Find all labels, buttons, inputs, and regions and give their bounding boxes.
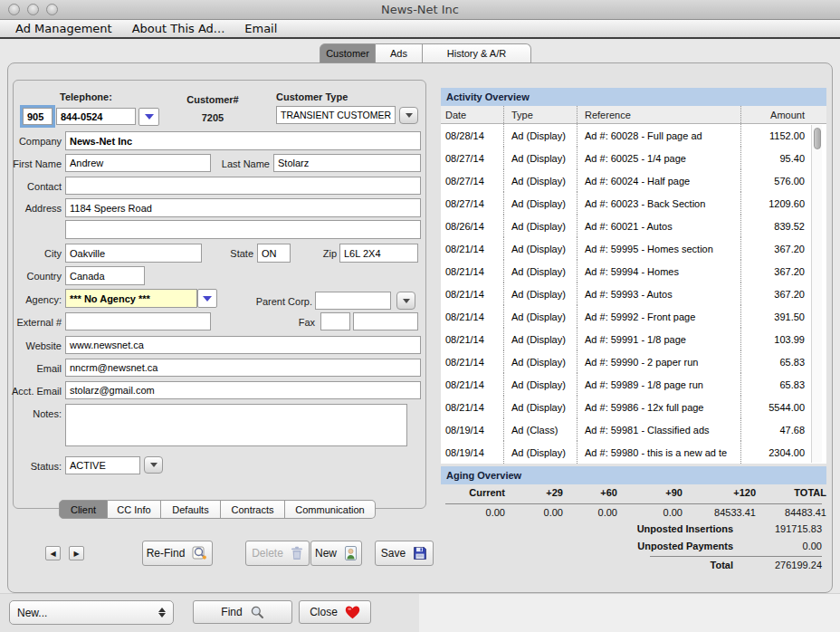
aging-col-29: +29 <box>505 487 563 502</box>
address-line2-field[interactable] <box>65 220 421 239</box>
parent-corp-label: Parent Corp. <box>244 296 312 307</box>
column-header-amount[interactable]: Amount <box>740 106 826 123</box>
close-button[interactable]: Close <box>299 600 371 624</box>
subtab-defaults[interactable]: Defaults <box>161 500 221 519</box>
status-dropdown-button[interactable] <box>144 456 163 474</box>
menu-about-this-ad[interactable]: About This Ad... <box>122 22 235 35</box>
notes-label: Notes: <box>0 408 62 419</box>
table-row[interactable]: 08/21/14 Ad (Display) Ad #: 59991 - 1/8 … <box>441 328 826 350</box>
website-field[interactable]: www.newsnet.ca <box>65 336 421 354</box>
unposted-payments-value: 0.00 <box>733 541 822 551</box>
agency-field[interactable]: *** No Agency *** <box>65 289 197 308</box>
unposted-payments-label: Unposted Payments <box>441 541 733 551</box>
aging-value-60: 0.00 <box>563 507 617 522</box>
status-field[interactable]: ACTIVE <box>65 456 140 474</box>
save-floppy-icon <box>413 546 427 560</box>
telephone-number-field[interactable]: 844-0524 <box>56 108 136 125</box>
table-row[interactable]: 08/19/14 Ad (Display) Ad #: 59980 - this… <box>441 441 826 464</box>
city-field[interactable]: Oakville <box>65 244 202 263</box>
subtab-contracts[interactable]: Contracts <box>221 500 285 519</box>
column-header-date[interactable]: Date <box>441 110 503 120</box>
activity-reference: Ad #: 59991 - 1/8 page <box>577 328 740 350</box>
sub-tab-bar: Client CC Info Defaults Contracts Commun… <box>59 500 376 519</box>
table-row[interactable]: 08/19/14 Ad (Class) Ad #: 59981 - Classi… <box>441 418 826 441</box>
table-row[interactable]: 08/21/14 Ad (Display) Ad #: 59989 - 1/8 … <box>441 373 826 396</box>
delete-button[interactable]: Delete <box>245 541 310 566</box>
delete-button-label: Delete <box>252 547 283 560</box>
external-number-field[interactable] <box>65 312 211 330</box>
activity-type: Ad (Display) <box>503 192 577 215</box>
new-button[interactable]: New <box>310 541 362 566</box>
telephone-area-code-field[interactable]: 905 <box>23 108 52 125</box>
table-row[interactable]: 08/27/14 Ad (Display) Ad #: 60023 - Back… <box>441 192 826 215</box>
aging-value-90: 0.00 <box>617 507 682 522</box>
activity-scrollbar[interactable] <box>811 125 822 463</box>
company-label: Company <box>0 136 62 147</box>
activity-date: 08/21/14 <box>441 244 503 254</box>
state-field[interactable]: ON <box>257 244 291 263</box>
notes-field[interactable] <box>65 404 407 446</box>
previous-record-button[interactable]: ◀ <box>45 546 61 560</box>
table-row[interactable]: 08/27/14 Ad (Display) Ad #: 60025 - 1/4 … <box>441 147 826 169</box>
fax-label: Fax <box>279 317 315 328</box>
refind-button[interactable]: Re-Find <box>142 541 213 566</box>
scrollbar-thumb[interactable] <box>814 128 821 149</box>
activity-type: Ad (Display) <box>503 237 577 260</box>
last-name-field[interactable]: Stolarz <box>273 154 421 172</box>
first-name-field[interactable]: Andrew <box>65 154 211 172</box>
external-number-label: External # <box>0 317 62 328</box>
acct-email-label: Acct. Email <box>0 386 62 397</box>
table-row[interactable]: 08/21/14 Ad (Display) Ad #: 59994 - Home… <box>441 260 826 282</box>
table-row[interactable]: 08/21/14 Ad (Display) Ad #: 59990 - 2 pa… <box>441 350 826 373</box>
parent-corp-field[interactable] <box>315 292 391 310</box>
country-field[interactable]: Canada <box>65 266 145 285</box>
menu-email[interactable]: Email <box>234 22 287 35</box>
contact-field[interactable] <box>65 177 421 195</box>
subtab-client[interactable]: Client <box>59 500 108 519</box>
activity-date: 08/21/14 <box>441 357 503 368</box>
telephone-dropdown-button[interactable] <box>138 108 159 126</box>
acct-email-field[interactable]: stolarz@gmail.com <box>65 381 421 399</box>
address-field[interactable]: 1184 Speers Road <box>65 198 421 217</box>
tab-history-ar[interactable]: History & A/R <box>423 43 531 63</box>
table-row[interactable]: 08/21/14 Ad (Display) Ad #: 59993 - Auto… <box>441 282 826 305</box>
zip-field[interactable]: L6L 2X4 <box>339 244 418 263</box>
footer-bar: New... Find Close <box>0 593 840 632</box>
menu-ad-management[interactable]: Ad Management <box>5 22 122 35</box>
column-header-reference[interactable]: Reference <box>577 106 740 123</box>
aging-values-row: 0.00 0.00 0.00 0.00 84533.41 84483.41 <box>441 507 826 522</box>
activity-date: 08/21/14 <box>441 334 503 345</box>
fax-area-field[interactable] <box>320 312 350 330</box>
activity-date: 08/27/14 <box>441 153 503 164</box>
aging-value-total: 84483.41 <box>756 507 826 522</box>
table-row[interactable]: 08/21/14 Ad (Display) Ad #: 59986 - 12x … <box>441 396 826 418</box>
fax-number-field[interactable] <box>353 312 418 330</box>
zoom-window-icon[interactable] <box>46 4 58 15</box>
column-header-type[interactable]: Type <box>503 106 577 123</box>
new-menu-select[interactable]: New... <box>9 600 174 625</box>
customer-type-dropdown-button[interactable] <box>399 107 418 124</box>
activity-date: 08/19/14 <box>441 425 503 436</box>
tab-customer[interactable]: Customer <box>320 43 376 63</box>
agency-dropdown-button[interactable] <box>197 289 217 308</box>
close-window-icon[interactable] <box>8 4 20 15</box>
find-button[interactable]: Find <box>193 600 292 624</box>
company-field[interactable]: News-Net Inc <box>65 131 421 150</box>
activity-type: Ad (Display) <box>503 282 577 305</box>
table-row[interactable]: 08/28/14 Ad (Display) Ad #: 60028 - Full… <box>441 124 826 147</box>
total-divider <box>650 556 822 557</box>
table-row[interactable]: 08/21/14 Ad (Display) Ad #: 59992 - Fron… <box>441 305 826 328</box>
subtab-communication[interactable]: Communication <box>285 500 376 519</box>
minimize-window-icon[interactable] <box>27 4 39 15</box>
save-button[interactable]: Save <box>375 541 434 566</box>
customer-type-field[interactable]: TRANSIENT CUSTOMER <box>276 106 396 124</box>
parent-corp-dropdown-button[interactable] <box>396 292 415 310</box>
next-record-button[interactable]: ▶ <box>69 546 84 560</box>
table-row[interactable]: 08/27/14 Ad (Display) Ad #: 60024 - Half… <box>441 169 826 192</box>
table-row[interactable]: 08/26/14 Ad (Display) Ad #: 60021 - Auto… <box>441 215 826 237</box>
tab-ads[interactable]: Ads <box>376 43 423 63</box>
subtab-cc-info[interactable]: CC Info <box>108 500 161 519</box>
close-button-label: Close <box>310 606 338 618</box>
email-field[interactable]: nncrm@newsnet.ca <box>65 359 421 377</box>
table-row[interactable]: 08/21/14 Ad (Display) Ad #: 59995 - Home… <box>441 237 826 260</box>
